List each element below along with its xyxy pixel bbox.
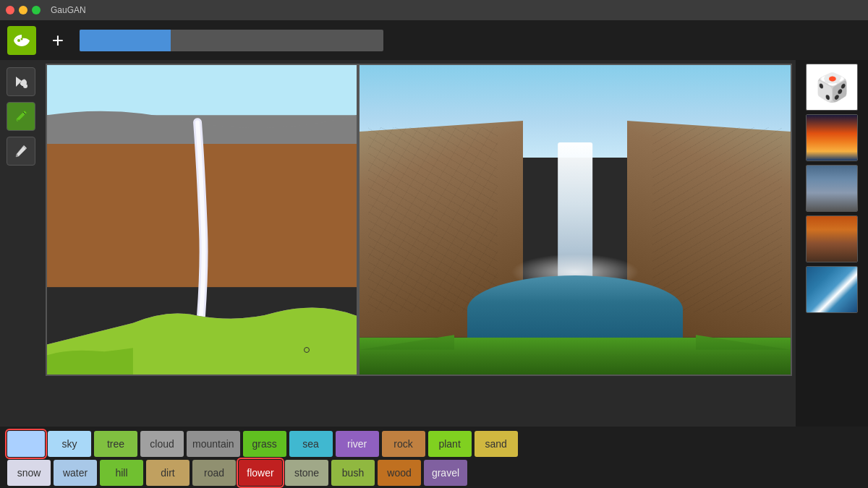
label-rock[interactable]: rock: [382, 431, 425, 457]
label-dirt[interactable]: dirt: [146, 460, 190, 486]
label-mountain[interactable]: mountain: [187, 431, 240, 457]
progress-bar: [80, 30, 171, 51]
pencil-tool-button[interactable]: [7, 137, 35, 166]
titlebar: GauGAN: [0, 0, 868, 20]
label-sky[interactable]: sky: [48, 431, 91, 457]
thumbnail-wave[interactable]: [806, 266, 858, 313]
fill-tool-button[interactable]: [7, 67, 35, 96]
add-button[interactable]: +: [43, 26, 72, 55]
label-row-1: skytreecloudmountaingrassseariverrockpla…: [7, 431, 861, 457]
label-river[interactable]: river: [336, 431, 379, 457]
label-plant[interactable]: plant: [428, 431, 472, 457]
tools-sidebar: [0, 60, 42, 427]
label-road[interactable]: road: [192, 460, 236, 486]
thumbnail-clouds[interactable]: [806, 165, 858, 212]
label-tree[interactable]: tree: [94, 431, 137, 457]
result-rock-texture-right: [652, 127, 782, 313]
result-panel: [358, 64, 792, 376]
app-title: GauGAN: [51, 5, 86, 15]
drawing-canvas[interactable]: [47, 65, 357, 374]
thumbnail-random[interactable]: 🎲: [806, 64, 858, 111]
label-stone[interactable]: stone: [285, 460, 328, 486]
label-gravel[interactable]: gravel: [424, 460, 467, 486]
svg-point-0: [17, 39, 20, 42]
close-button[interactable]: [6, 6, 14, 14]
svg-point-2: [23, 84, 27, 88]
label-wood[interactable]: wood: [378, 460, 421, 486]
nvidia-logo: [7, 26, 36, 55]
label-sea[interactable]: sea: [289, 431, 333, 457]
svg-point-1: [21, 38, 23, 40]
label-bush[interactable]: bush: [331, 460, 375, 486]
drawing-panel[interactable]: [46, 64, 358, 376]
label-hill[interactable]: hill: [100, 460, 143, 486]
canvas-area: [42, 60, 796, 427]
label-snow[interactable]: snow: [7, 460, 51, 486]
result-water-pool: [467, 275, 683, 343]
label-grass[interactable]: grass: [243, 431, 286, 457]
maximize-button[interactable]: [32, 6, 41, 14]
label-water[interactable]: water: [54, 460, 97, 486]
label-empty[interactable]: [7, 431, 45, 457]
label-row-2: snowwaterhilldirtroadflowerstonebushwood…: [7, 460, 861, 486]
top-toolbar: +: [0, 20, 868, 60]
brush-tool-button[interactable]: [7, 102, 35, 131]
label-flower[interactable]: flower: [239, 460, 282, 486]
main-area: 🎲: [0, 60, 868, 427]
result-rock-texture-left: [368, 127, 498, 313]
label-sand[interactable]: sand: [475, 431, 518, 457]
result-image: [359, 65, 791, 374]
thumbnail-desert[interactable]: [806, 215, 858, 262]
progress-container: [80, 30, 383, 51]
minimize-button[interactable]: [19, 6, 27, 14]
label-cloud[interactable]: cloud: [140, 431, 184, 457]
label-grid: skytreecloudmountaingrassseariverrockpla…: [0, 427, 868, 488]
thumbnails-sidebar: 🎲: [796, 60, 868, 427]
thumbnail-sunset[interactable]: [806, 114, 858, 161]
